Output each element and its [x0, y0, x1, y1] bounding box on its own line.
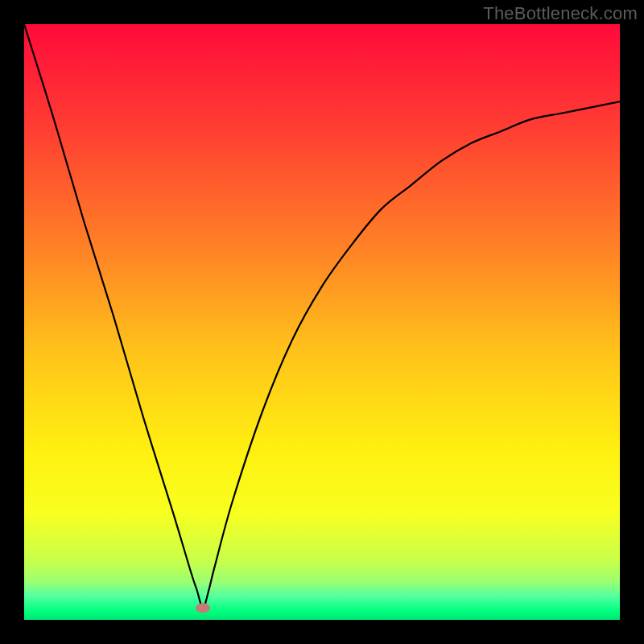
- watermark-text: TheBottleneck.com: [483, 3, 638, 24]
- gradient-background: [24, 24, 620, 620]
- optimum-marker: [196, 603, 210, 613]
- chart-svg: [24, 24, 620, 620]
- plot-area: [24, 24, 620, 620]
- chart-frame: TheBottleneck.com: [0, 0, 644, 644]
